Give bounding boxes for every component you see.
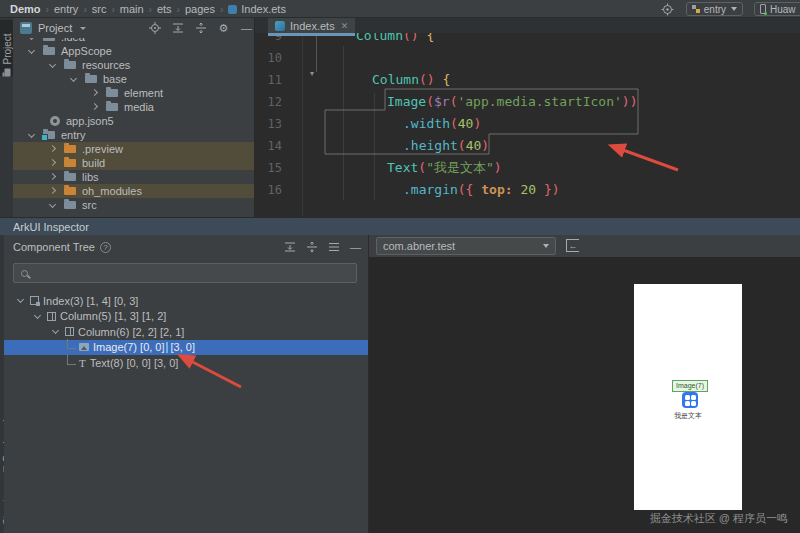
module-selector-label: entry — [704, 4, 726, 15]
project-tree-item-label: build — [82, 157, 105, 169]
text-caret — [166, 342, 168, 353]
chevron-right-icon[interactable] — [49, 158, 56, 165]
collapse-all-icon[interactable] — [171, 22, 184, 35]
arkui-inspector-header[interactable]: ArkUI Inspector — [0, 217, 800, 235]
project-tree-item-entry[interactable]: entry — [26, 128, 85, 142]
chevron-right-icon[interactable] — [49, 186, 56, 193]
package-select[interactable]: com.abner.test — [376, 237, 556, 255]
chevron-right-icon[interactable] — [91, 88, 98, 95]
project-tree-item-label: media — [124, 101, 154, 113]
breadcrumb-file[interactable]: Index.ets — [241, 3, 286, 15]
project-tree-item-label: element — [124, 87, 163, 99]
fold-marker-icon[interactable]: ▾ — [310, 69, 314, 78]
device-icon — [760, 4, 766, 14]
project-tree-item-AppScope[interactable]: AppScope — [26, 44, 112, 58]
component-tree-title: Component Tree — [13, 241, 95, 253]
breadcrumb-item[interactable]: main — [120, 3, 144, 15]
project-tree-item-preview[interactable]: .preview — [47, 142, 123, 156]
chevron-down-icon[interactable] — [70, 74, 77, 81]
breadcrumb-item[interactable]: Demo — [10, 3, 41, 15]
stripe-tab-project[interactable]: Project — [0, 20, 13, 76]
export-icon[interactable]: ← — [566, 239, 579, 252]
chevron-down-icon[interactable] — [33, 312, 40, 319]
line-number: 15 — [255, 157, 282, 179]
code-line-12[interactable]: 12Image($r('app.media.startIcon')) — [255, 91, 800, 113]
expand-all-icon[interactable] — [194, 22, 207, 35]
ets-file-icon — [275, 21, 285, 31]
project-tree-item-libs[interactable]: libs — [47, 170, 99, 184]
start-icon-image[interactable] — [682, 392, 698, 408]
component-tree-item[interactable]: Index(3) [1, 4] [0, 3] — [15, 293, 138, 309]
project-tree-item-build[interactable]: build — [47, 156, 105, 170]
chevron-down-icon[interactable] — [49, 200, 56, 207]
code-line-10[interactable]: 10 — [255, 47, 800, 69]
code-line-15[interactable]: 15Text("我是文本") — [255, 157, 800, 179]
project-tree-item-label: libs — [82, 171, 99, 183]
project-tree-item-label: AppScope — [61, 45, 112, 57]
project-tree-item-label: app.json5 — [66, 115, 114, 127]
code-editor[interactable]: 9Column() {1011Column() {12Image($r('app… — [255, 33, 800, 217]
breadcrumb-item[interactable]: ets — [157, 3, 172, 15]
chevron-down-icon[interactable] — [28, 38, 35, 40]
close-tab-icon[interactable]: ✕ — [341, 21, 349, 31]
folder-icon — [106, 103, 118, 111]
chevron-down-icon[interactable] — [28, 46, 35, 53]
component-tree-item-label: Image(7) [0, 0] — [93, 341, 165, 353]
line-number: 11 — [255, 69, 282, 91]
component-tree-item-label: Column(6) [2, 2] [2, 1] — [78, 326, 184, 338]
column-component-icon — [65, 327, 74, 336]
collapse-all-icon[interactable] — [305, 241, 318, 254]
locate-icon[interactable] — [661, 3, 674, 16]
project-tree-item-appjson5[interactable]: app.json5 — [50, 114, 114, 128]
project-tree-item-src[interactable]: src — [47, 198, 97, 212]
expand-all-icon[interactable] — [283, 241, 296, 254]
project-tree-item-element[interactable]: element — [89, 86, 163, 100]
breadcrumb-item[interactable]: pages — [185, 3, 215, 15]
hide-panel-icon[interactable]: — — [349, 241, 362, 254]
component-tree-item[interactable]: Column(5) [1, 3] [1, 2] — [32, 309, 166, 325]
search-input[interactable] — [13, 263, 357, 283]
code-line-text: Column() { — [356, 33, 434, 47]
code-line-14[interactable]: 14.height(40) — [255, 135, 800, 157]
hide-panel-icon[interactable]: — — [240, 22, 253, 35]
project-tree-item-media[interactable]: media — [89, 100, 154, 114]
line-number: 12 — [255, 91, 282, 113]
chevron-down-icon[interactable] — [16, 296, 23, 303]
component-tree-item[interactable]: Column(6) [2, 2] [2, 1] — [50, 324, 184, 340]
preview-toolbar: com.abner.test ← — [368, 235, 800, 257]
list-options-icon[interactable] — [327, 241, 340, 254]
tab-index-ets[interactable]: Index.ets ✕ — [268, 18, 355, 33]
chevron-right-icon[interactable] — [49, 144, 56, 151]
settings-gear-icon[interactable]: ⚙ — [217, 22, 230, 35]
project-tree-item-base[interactable]: base — [68, 72, 127, 86]
breadcrumb-item[interactable]: src — [92, 3, 107, 15]
device-screen: Image(7) 我是文本 — [634, 284, 742, 510]
chevron-down-icon[interactable] — [49, 60, 56, 67]
project-tree-item-resources[interactable]: resources — [47, 58, 130, 72]
component-tree-item[interactable]: TText(8) [0, 0] [3, 0] — [67, 355, 178, 371]
code-line-11[interactable]: 11Column() { — [255, 69, 800, 91]
line-number: 14 — [255, 135, 282, 157]
chevron-down-icon — [543, 244, 549, 248]
component-tree-item[interactable]: Image(7) [0, 0][3, 0] — [67, 340, 195, 356]
chevron-right-icon[interactable] — [91, 102, 98, 109]
code-line-13[interactable]: 13.width(40) — [255, 113, 800, 135]
locate-file-icon[interactable] — [148, 22, 161, 35]
project-tree: .ideaAppScoperesourcesbaseelementmediaap… — [13, 38, 255, 217]
chevron-down-icon[interactable] — [28, 130, 35, 137]
folder-icon — [64, 201, 76, 209]
column-component-icon — [47, 312, 56, 321]
chevron-right-icon[interactable] — [49, 172, 56, 179]
project-tree-item-ohmodules[interactable]: oh_modules — [47, 184, 142, 198]
device-selector[interactable]: Huaw — [754, 2, 800, 16]
json-file-icon — [50, 116, 60, 126]
help-icon[interactable]: ? — [100, 242, 111, 253]
project-panel-title[interactable]: Project — [38, 22, 72, 34]
module-selector[interactable]: entry — [686, 2, 743, 16]
line-number: 16 — [255, 179, 282, 201]
chevron-down-icon — [80, 27, 86, 30]
code-line-16[interactable]: 16.margin({ top: 20 }) — [255, 179, 800, 201]
project-tree-item-label: base — [103, 73, 127, 85]
breadcrumb-item[interactable]: entry — [54, 3, 78, 15]
chevron-down-icon[interactable] — [51, 327, 58, 334]
